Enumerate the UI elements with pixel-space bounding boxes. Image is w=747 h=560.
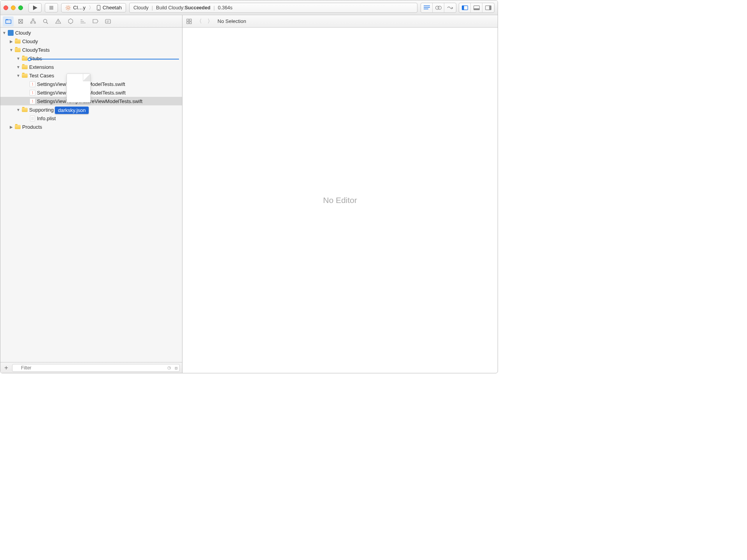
drag-ghost-file-icon [67,74,91,103]
disclosure-triangle-icon[interactable]: ▼ [16,74,21,78]
swift-file-icon: ⟆ [30,81,35,87]
recent-filter-icon[interactable]: ◷ [167,365,171,370]
drop-indicator-line [29,59,179,60]
svg-line-7 [66,6,67,6]
disclosure-triangle-icon[interactable]: ▼ [16,108,21,112]
window-controls [4,5,23,10]
folder-icon [22,65,28,69]
svg-point-2 [67,7,69,9]
disclosure-triangle-icon[interactable]: ▼ [2,31,7,35]
breakpoint-navigator-tab[interactable] [90,16,101,26]
tree-label: CloudyTests [22,47,50,53]
tree-row-folder[interactable]: ▼ Extensions [0,63,182,71]
svg-rect-47 [189,22,191,24]
debug-navigator-tab[interactable] [77,16,88,26]
swift-file-icon: ⟆ [30,90,35,96]
add-button[interactable]: + [3,364,10,372]
folder-icon [15,39,21,44]
svg-rect-28 [32,19,34,20]
run-button[interactable] [28,3,42,12]
stop-button[interactable] [45,3,58,12]
activity-viewer[interactable]: Cloudy | Build Cloudy: Succeeded | 0.364… [129,3,417,13]
version-editor-icon [447,5,454,10]
project-navigator-tab[interactable] [3,16,14,26]
folder-icon [5,19,11,24]
toolbar: Cl…y 〉 Cheetah Cloudy | Build Cloudy: Su… [0,0,498,15]
svg-line-9 [66,9,67,9]
toggle-navigator-button[interactable] [459,3,471,12]
svg-line-10 [70,6,70,6]
status-project: Cloudy [133,5,149,10]
forward-button[interactable]: 〉 [207,18,214,25]
tree-row-folder[interactable]: ▼ CloudyTests [0,46,182,54]
svg-rect-1 [49,6,53,10]
test-icon [68,18,73,24]
close-window-button[interactable] [4,5,8,10]
scm-filter-icon[interactable]: ⧈ [175,365,178,371]
svg-rect-30 [34,22,36,23]
version-editor-button[interactable] [444,3,456,12]
tree-row-project[interactable]: ▼ Cloudy [0,28,182,37]
navigator-selector [0,15,182,28]
jump-bar: 〈 〉 No Selection [182,15,498,28]
tree-row-folder[interactable]: ▼ Test Cases [0,71,182,80]
svg-rect-20 [473,8,479,10]
folder-icon [22,56,28,61]
toggle-utilities-button[interactable] [482,3,494,12]
tree-row-file[interactable]: ⟆ SettingsViewTemperatureViewModelTests.… [0,97,182,105]
editor-empty-label: No Editor [323,196,357,205]
minimize-window-button[interactable] [11,5,16,10]
standard-editor-button[interactable] [421,3,433,12]
report-navigator-tab[interactable] [102,16,113,26]
toggle-debug-button[interactable] [471,3,482,12]
status-action-prefix: Build Cloudy: [156,5,185,10]
navigator-filter-bar: + ◉ ◷ ⧈ [0,362,182,373]
related-items-button[interactable] [186,19,192,24]
tree-label: Info.plist [37,116,56,121]
breakpoint-icon [93,19,98,23]
folder-icon [22,108,28,112]
svg-marker-40 [93,19,98,23]
issue-navigator-tab[interactable] [53,16,63,26]
source-control-navigator-tab[interactable] [15,16,26,26]
disclosure-triangle-icon[interactable]: ▶ [9,125,14,129]
editor-area: 〈 〉 No Selection No Editor [182,15,498,373]
search-icon [43,19,48,24]
tree-row-folder[interactable]: ▼ Supporting Files [0,105,182,114]
tree-row-file[interactable]: ⟆ SettingsViewTimeViewModelTests.swift [0,80,182,88]
folder-icon [15,48,21,52]
project-navigator-tree[interactable]: ▼ Cloudy ▶ Cloudy ▼ CloudyTests ▼ [0,28,182,362]
tree-row-file[interactable]: Info.plist [0,114,182,122]
disclosure-triangle-icon[interactable]: ▼ [9,48,14,52]
hierarchy-icon [30,19,36,24]
symbol-navigator-tab[interactable] [28,16,39,26]
plist-file-icon [30,116,35,121]
back-button[interactable]: 〈 [196,18,203,25]
toolbar-right-group [421,3,494,13]
jump-bar-selection: No Selection [217,18,246,24]
filter-input[interactable] [12,364,180,372]
svg-rect-44 [187,19,189,21]
svg-point-35 [58,22,58,23]
disclosure-triangle-icon[interactable]: ▶ [9,39,14,44]
find-navigator-tab[interactable] [40,16,51,26]
disclosure-triangle-icon[interactable]: ▼ [16,65,21,69]
test-navigator-tab[interactable] [65,16,76,26]
tree-row-file[interactable]: ⟆ SettingsViewUnitsViewModelTests.swift [0,88,182,97]
content-split: ▼ Cloudy ▶ Cloudy ▼ CloudyTests ▼ [0,15,498,373]
tree-row-folder[interactable]: ▶ Cloudy [0,37,182,46]
filter-field-wrap: ◉ ◷ ⧈ [12,364,180,372]
assistant-editor-button[interactable] [433,3,444,12]
svg-rect-29 [31,22,32,23]
scheme-selector[interactable]: Cl…y 〉 Cheetah [61,3,126,12]
tree-label: Cloudy [15,30,31,36]
folder-icon [22,74,28,78]
tree-row-folder[interactable]: ▶ Products [0,122,182,131]
disclosure-triangle-icon[interactable]: ▼ [16,56,21,61]
left-panel-icon [462,5,468,10]
zoom-window-button[interactable] [18,5,23,10]
svg-point-15 [438,6,441,9]
editor-mode-group [421,3,456,13]
svg-rect-45 [189,19,191,21]
svg-rect-22 [489,5,491,10]
